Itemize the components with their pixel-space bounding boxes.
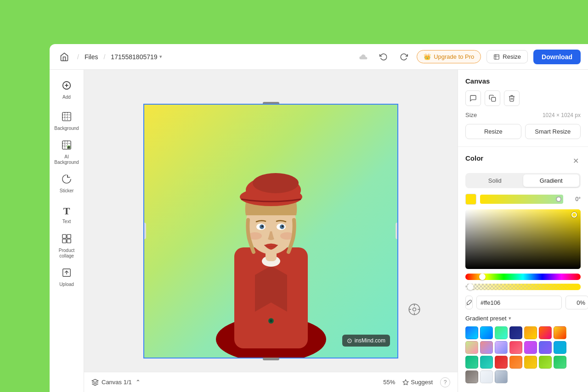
- files-button[interactable]: Files: [85, 53, 98, 61]
- delete-button[interactable]: [504, 90, 520, 106]
- canvas-area[interactable]: ⊙ insMind.com: [84, 70, 458, 392]
- resize-handle-left[interactable]: [143, 223, 146, 239]
- gradient-bar[interactable]: [480, 195, 563, 204]
- swatch-13[interactable]: [554, 341, 566, 354]
- swatch-18[interactable]: [524, 356, 537, 369]
- expand-icon: ⌃: [136, 379, 141, 386]
- canvas-frame[interactable]: ⊙ insMind.com: [143, 104, 398, 358]
- toolbar: / Files / 1715581805719 ▾ 👑 Up: [50, 44, 588, 70]
- resize-handle-bottom[interactable]: [263, 358, 279, 360]
- redo-button[interactable]: [396, 50, 411, 64]
- sidebar-item-background[interactable]: Background: [52, 106, 82, 136]
- opacity-slider[interactable]: [465, 284, 581, 290]
- right-panel: Canvas: [458, 70, 588, 392]
- swatch-1[interactable]: [480, 326, 493, 339]
- swatch-7[interactable]: [465, 341, 478, 354]
- sidebar-item-text[interactable]: T Text: [52, 200, 82, 230]
- upgrade-button[interactable]: 👑 Upgrade to Pro: [417, 50, 481, 63]
- filename-selector[interactable]: 1715581805719 ▾: [111, 53, 162, 61]
- sidebar-item-add[interactable]: Add: [52, 75, 82, 105]
- background-icon: [62, 112, 72, 124]
- tab-solid[interactable]: Solid: [467, 174, 523, 187]
- swatch-12[interactable]: [539, 341, 552, 354]
- swatch-14[interactable]: [465, 356, 478, 369]
- swatch-10[interactable]: [509, 341, 522, 354]
- background-label: Background: [54, 126, 79, 131]
- swatch-17[interactable]: [509, 356, 522, 369]
- dropdown-icon: ▾: [159, 54, 162, 60]
- opacity-slider-handle[interactable]: [467, 284, 474, 290]
- color-picker-cursor: [571, 212, 577, 218]
- swatch-9[interactable]: [495, 341, 508, 354]
- swatch-21[interactable]: [465, 370, 478, 383]
- watermark-icon: ⊙: [347, 337, 352, 344]
- hex-row: [465, 296, 581, 309]
- help-button[interactable]: ?: [440, 377, 450, 387]
- copy-button[interactable]: [485, 90, 500, 106]
- swatch-4[interactable]: [524, 326, 537, 339]
- resize-button[interactable]: Resize: [486, 50, 528, 63]
- gradient-preset-dropdown[interactable]: ▾: [509, 315, 511, 321]
- upload-label: Upload: [59, 282, 74, 287]
- hex-input[interactable]: [476, 296, 562, 309]
- hue-slider[interactable]: [465, 274, 581, 280]
- color-panel: Color ✕ Solid Gradient 0°: [458, 147, 588, 391]
- sidebar-item-product-collage[interactable]: Productcollage: [52, 231, 82, 261]
- swatch-0[interactable]: [465, 326, 478, 339]
- color-panel-header: Color ✕: [465, 154, 581, 168]
- svg-rect-4: [62, 112, 71, 120]
- panel-resize-button[interactable]: Resize: [465, 124, 521, 139]
- eyedropper-button[interactable]: [465, 296, 473, 309]
- cloud-sync-button[interactable]: [356, 50, 371, 64]
- swatch-3[interactable]: [509, 326, 522, 339]
- resize-handle-right[interactable]: [396, 223, 398, 239]
- sticker-icon: [62, 174, 72, 186]
- color-picker-area[interactable]: [465, 209, 581, 269]
- canvas-expand-button[interactable]: ⌃: [136, 379, 141, 386]
- sidebar-item-sticker[interactable]: Sticker: [52, 169, 82, 198]
- resize-button-row: Resize Smart Resize: [465, 124, 581, 139]
- suggest-button[interactable]: Suggest: [399, 377, 436, 387]
- sidebar-item-ai-background[interactable]: AI AIBackground: [52, 138, 82, 167]
- layers-button[interactable]: Canvas 1/1: [91, 379, 132, 386]
- download-button[interactable]: Download: [533, 50, 581, 64]
- tab-gradient[interactable]: Gradient: [523, 174, 580, 187]
- color-close-button[interactable]: ✕: [571, 156, 581, 166]
- swatch-8[interactable]: [480, 341, 493, 354]
- swatch-6[interactable]: [554, 326, 566, 339]
- left-sidebar: Add Background: [50, 70, 84, 392]
- swatch-20[interactable]: [554, 356, 566, 369]
- sidebar-item-upload[interactable]: Upload: [52, 263, 82, 292]
- ai-background-label: AIBackground: [54, 154, 79, 165]
- gradient-start-swatch[interactable]: [465, 194, 476, 205]
- swatch-11[interactable]: [524, 341, 537, 354]
- toolbar-separator: /: [77, 53, 79, 61]
- gradient-degrees: 0°: [567, 196, 581, 202]
- zoom-level: 55%: [383, 379, 395, 386]
- svg-rect-18: [62, 239, 66, 242]
- swatch-15[interactable]: [480, 356, 493, 369]
- canvas-section-title: Canvas: [465, 77, 581, 85]
- filename-text: 1715581805719: [111, 53, 157, 61]
- swatch-19[interactable]: [539, 356, 552, 369]
- svg-rect-16: [62, 234, 66, 238]
- swatch-2[interactable]: [495, 326, 508, 339]
- swatch-16[interactable]: [495, 356, 508, 369]
- svg-point-39: [270, 319, 272, 322]
- color-tabs: Solid Gradient: [465, 173, 581, 188]
- ai-background-icon: AI: [62, 140, 72, 152]
- opacity-input[interactable]: [565, 296, 588, 309]
- color-panel-title: Color: [465, 154, 483, 162]
- swatch-23[interactable]: [495, 370, 508, 383]
- comment-button[interactable]: [465, 90, 481, 106]
- size-row: Size 1024 × 1024 px: [465, 112, 581, 118]
- watermark-text: insMind.com: [355, 337, 385, 344]
- hue-slider-handle[interactable]: [479, 274, 486, 280]
- product-collage-label: Productcollage: [59, 248, 74, 259]
- smart-resize-button[interactable]: Smart Resize: [525, 124, 581, 139]
- gradient-bar-handle[interactable]: [556, 196, 561, 202]
- undo-button[interactable]: [376, 50, 391, 64]
- home-button[interactable]: [57, 50, 72, 64]
- swatch-22[interactable]: [480, 370, 493, 383]
- swatch-5[interactable]: [539, 326, 552, 339]
